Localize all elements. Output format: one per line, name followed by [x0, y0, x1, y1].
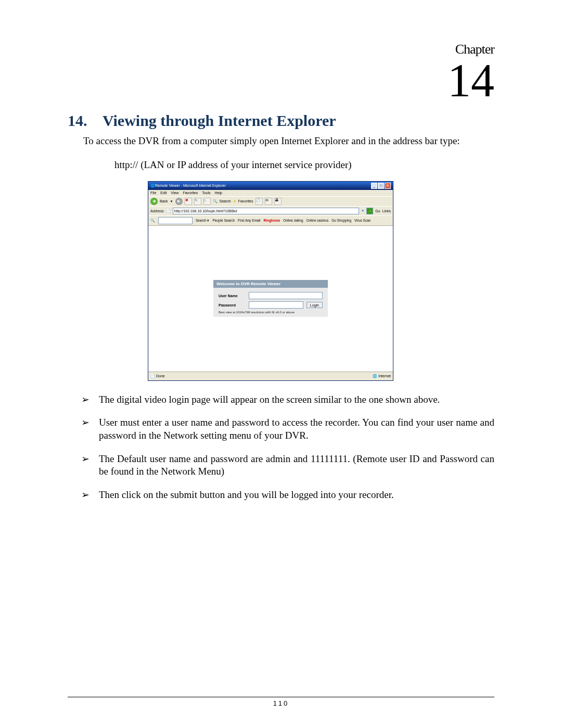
internet-zone-icon: 🌐	[373, 374, 377, 378]
minimize-button[interactable]: _	[371, 183, 377, 189]
menu-file[interactable]: File	[150, 191, 156, 195]
section-number: 14.	[68, 112, 87, 129]
bullet-item: The digital video login page will appear…	[99, 393, 494, 406]
back-button[interactable]: ◄	[150, 198, 158, 205]
quickbar-email[interactable]: Find Any Email	[238, 219, 260, 222]
menu-edit[interactable]: Edit	[160, 191, 167, 195]
quickbar-virus[interactable]: Virus Scan	[354, 219, 371, 222]
favorites-icon[interactable]: ★	[233, 199, 236, 203]
quickbar-casinos[interactable]: Online casinos	[306, 219, 329, 222]
back-label: Back	[160, 199, 168, 203]
go-label: Go	[375, 209, 380, 213]
login-note: Best view at 1024x768 resolution with IE…	[219, 311, 323, 314]
history-icon[interactable]: 🕘	[256, 198, 263, 205]
ie-logo-icon: 🌐	[150, 184, 155, 188]
ie-title: Remote Viewer - Microsoft Internet Explo…	[155, 184, 371, 187]
menu-favorites[interactable]: Favorites	[183, 191, 198, 195]
quicksearch-icon[interactable]: 🔍	[150, 219, 155, 223]
chapter-block: Chapter 14	[68, 42, 494, 101]
quicksearch-label[interactable]: Search ▾	[196, 219, 209, 223]
quicksearch-input[interactable]	[158, 217, 193, 224]
done-icon: 📄	[150, 374, 155, 378]
forward-button[interactable]: ►	[175, 198, 183, 205]
password-input[interactable]	[249, 301, 303, 309]
password-label: Password	[219, 303, 246, 307]
url-hint: http:// (LAN or IP address of your inter…	[114, 159, 494, 171]
login-body: User Name Password Login Best view at 10…	[213, 288, 328, 317]
refresh-icon[interactable]: ↻	[194, 198, 201, 205]
bullet-list: The digital video login page will appear…	[68, 393, 494, 502]
chapter-label: Chapter	[68, 42, 494, 57]
intro-paragraph: To access the DVR from a computer simply…	[83, 135, 494, 148]
page-icon: 📄	[166, 209, 171, 213]
status-right: 🌐 Internet	[373, 374, 391, 378]
go-button[interactable]: →	[366, 208, 373, 214]
back-dropdown-icon[interactable]: ▼	[170, 200, 173, 203]
login-button[interactable]: Login	[306, 302, 323, 308]
quickbar-ringtones[interactable]: Ringtones	[263, 219, 280, 222]
chapter-number: 14	[68, 59, 494, 101]
ie-quickbar: 🔍 Search ▾ People Search Find Any Email …	[148, 215, 393, 225]
login-header: Welcome to DVR Remote Viewer	[213, 280, 328, 288]
ie-titlebar: 🌐 Remote Viewer - Microsoft Internet Exp…	[148, 182, 393, 190]
favorites-label: Favorites	[238, 199, 253, 203]
bullet-item: User must enter a user name and password…	[99, 416, 494, 442]
status-left: 📄 Done	[150, 374, 165, 378]
status-right-text: Internet	[378, 374, 391, 378]
login-panel: Welcome to DVR Remote Viewer User Name P…	[213, 280, 328, 317]
search-icon[interactable]: 🔍	[213, 199, 218, 203]
stop-icon[interactable]: ✖	[185, 198, 192, 205]
maximize-button[interactable]: □	[378, 183, 384, 189]
bullet-item: The Default user name and password are a…	[99, 453, 494, 478]
home-icon[interactable]: ⌂	[203, 198, 211, 205]
section-heading: Viewing through Internet Explorer	[103, 112, 336, 129]
menu-view[interactable]: View	[171, 191, 178, 195]
menu-tools[interactable]: Tools	[202, 191, 210, 195]
address-dropdown-icon[interactable]: ▼	[361, 209, 364, 212]
menu-help[interactable]: Help	[215, 191, 222, 195]
address-label: Address	[150, 209, 164, 213]
ie-toolbar: ◄ Back ▼ ► ✖ ↻ ⌂ 🔍 Search ★ Favorites 🕘 …	[148, 196, 393, 206]
close-button[interactable]: ✕	[385, 183, 391, 189]
address-input[interactable]	[173, 208, 360, 214]
section-title: 14. Viewing through Internet Explorer	[68, 112, 494, 130]
ie-window: 🌐 Remote Viewer - Microsoft Internet Exp…	[148, 181, 393, 381]
username-input[interactable]	[249, 292, 323, 299]
mail-icon[interactable]: ✉	[265, 198, 272, 205]
ie-address-bar: Address 📄 ▼ → Go Links	[148, 206, 393, 215]
ie-menubar: File Edit View Favorites Tools Help	[148, 190, 393, 196]
page-number: 110	[68, 697, 494, 707]
username-label: User Name	[219, 294, 246, 298]
links-label: Links	[382, 209, 391, 213]
ie-statusbar: 📄 Done 🌐 Internet	[148, 372, 393, 380]
status-left-text: Done	[156, 374, 165, 378]
bullet-item: Then click on the submit button and you …	[99, 489, 494, 502]
print-icon[interactable]: 🖶	[274, 198, 282, 205]
quickbar-shopping[interactable]: Go Shopping	[331, 219, 351, 222]
window-controls: _ □ ✕	[371, 183, 391, 189]
quickbar-people[interactable]: People Search	[212, 219, 235, 222]
quickbar-dating[interactable]: Online dating	[283, 219, 303, 222]
ie-content-area: Welcome to DVR Remote Viewer User Name P…	[148, 225, 393, 372]
search-label: Search	[220, 199, 231, 203]
